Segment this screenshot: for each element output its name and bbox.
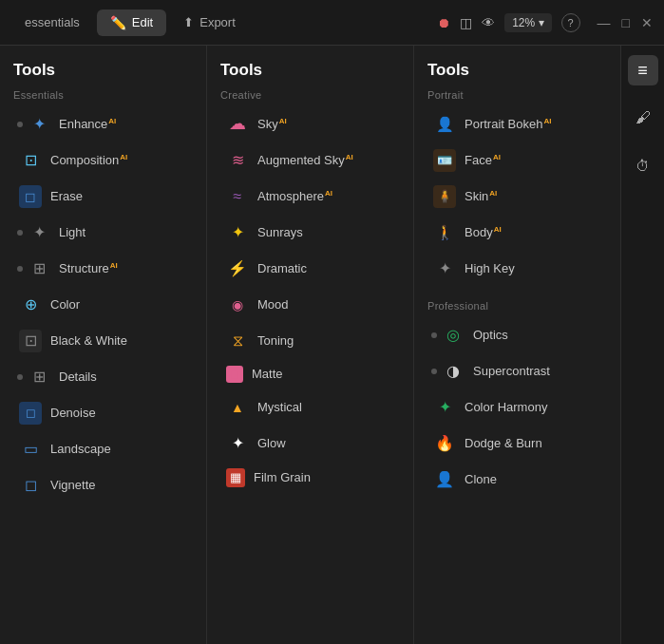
brush-icon[interactable]: 🖌 bbox=[628, 103, 658, 133]
tool-blackwhite[interactable]: ⊡ Black & White bbox=[13, 323, 193, 359]
minimize-button[interactable]: — bbox=[598, 15, 611, 30]
titlebar-right: ⏺ ◫ 👁 12% ▾ ? — □ ✕ bbox=[437, 13, 653, 32]
face-icon: 🪪 bbox=[433, 149, 456, 172]
tool-erase[interactable]: ◻ Erase bbox=[13, 179, 193, 215]
split-icon[interactable]: ◫ bbox=[460, 15, 472, 30]
tool-face[interactable]: 🪪 FaceAI bbox=[427, 142, 607, 179]
panel-portrait: Tools Portrait 👤 Portrait BokehAI 🪪 Face… bbox=[414, 46, 620, 644]
vignette-icon: ◻ bbox=[19, 474, 42, 497]
tool-skin[interactable]: 🧍 SkinAI bbox=[427, 179, 607, 215]
skin-icon: 🧍 bbox=[433, 185, 456, 208]
section-professional-label: Professional bbox=[427, 300, 607, 312]
clone-icon: 👤 bbox=[433, 468, 456, 491]
tool-clone[interactable]: 👤 Clone bbox=[427, 462, 607, 498]
tab-ates[interactable]: essentials bbox=[11, 9, 93, 35]
supercontrast-label: Supercontrast bbox=[473, 364, 550, 379]
tool-supercontrast[interactable]: ◑ Supercontrast bbox=[427, 353, 607, 389]
tool-sky[interactable]: ☁ SkyAI bbox=[220, 106, 400, 142]
tool-mystical[interactable]: ▲ Mystical bbox=[220, 389, 400, 426]
enhance-label: EnhanceAI bbox=[59, 117, 116, 132]
tab-export[interactable]: ⬆ Export bbox=[170, 9, 249, 35]
tool-color[interactable]: ⊕ Color bbox=[13, 287, 193, 323]
eye-icon[interactable]: 👁 bbox=[482, 15, 495, 30]
tool-landscape[interactable]: ▭ Landscape bbox=[13, 431, 193, 467]
zoom-badge[interactable]: 12% ▾ bbox=[504, 13, 551, 32]
skin-label: SkinAI bbox=[465, 189, 497, 204]
tool-dramatic[interactable]: ⚡ Dramatic bbox=[220, 251, 400, 287]
tool-light[interactable]: ✦ Light bbox=[13, 215, 193, 251]
sky-label: SkyAI bbox=[257, 117, 287, 132]
details-label: Details bbox=[59, 369, 97, 385]
tool-matte[interactable]: ■ Matte bbox=[220, 359, 400, 389]
dot-light bbox=[17, 230, 23, 236]
dot-details bbox=[17, 374, 23, 380]
mystical-label: Mystical bbox=[257, 400, 302, 415]
toning-label: Toning bbox=[257, 333, 294, 349]
sidebar-right: ≡ 🖌 ⏱ bbox=[620, 46, 664, 644]
structure-icon: ⊞ bbox=[28, 257, 50, 280]
filmgrain-icon: ▦ bbox=[226, 468, 245, 487]
supercontrast-icon: ◑ bbox=[442, 360, 465, 383]
tool-denoise[interactable]: ◻ Denoise bbox=[13, 395, 193, 431]
landscape-icon: ▭ bbox=[19, 438, 42, 461]
erase-label: Erase bbox=[50, 189, 83, 204]
tool-filmgrain[interactable]: ▦ Film Grain bbox=[220, 462, 400, 494]
tool-toning[interactable]: ⧖ Toning bbox=[220, 323, 400, 359]
tool-color-harmony[interactable]: ✦ Color Harmony bbox=[427, 389, 607, 426]
sky-icon: ☁ bbox=[226, 113, 249, 136]
tool-atmosphere[interactable]: ≈ AtmosphereAI bbox=[220, 179, 400, 215]
titlebar-tabs: essentials ✏️ Edit ⬆ Export bbox=[11, 9, 437, 36]
glow-label: Glow bbox=[257, 436, 286, 451]
optics-label: Optics bbox=[473, 328, 508, 343]
history-icon[interactable]: ⏱ bbox=[628, 150, 658, 180]
tool-details[interactable]: ⊞ Details bbox=[13, 359, 193, 395]
help-icon[interactable]: ? bbox=[561, 13, 580, 32]
tool-optics[interactable]: ◎ Optics bbox=[427, 317, 607, 353]
tab-export-label: Export bbox=[199, 15, 236, 29]
dot-structure bbox=[17, 266, 23, 272]
tab-edit[interactable]: ✏️ Edit bbox=[97, 9, 166, 36]
tools-container: Tools Essentials ✦ EnhanceAI ⊡ Compositi… bbox=[0, 46, 620, 644]
tool-dodge-burn[interactable]: 🔥 Dodge & Burn bbox=[427, 426, 607, 462]
tool-body[interactable]: 🚶 BodyAI bbox=[427, 215, 607, 251]
close-button[interactable]: ✕ bbox=[641, 15, 653, 30]
section-creative-label: Creative bbox=[220, 89, 400, 101]
mood-label: Mood bbox=[257, 297, 289, 313]
optics-icon: ◎ bbox=[442, 324, 465, 347]
sliders-icon[interactable]: ≡ bbox=[628, 55, 658, 85]
filmgrain-label: Film Grain bbox=[254, 470, 311, 485]
tool-vignette[interactable]: ◻ Vignette bbox=[13, 467, 193, 503]
dramatic-label: Dramatic bbox=[257, 261, 307, 276]
main-content: Tools Essentials ✦ EnhanceAI ⊡ Compositi… bbox=[0, 46, 664, 644]
mood-icon: ◉ bbox=[226, 294, 249, 316]
window-controls: — □ ✕ bbox=[598, 15, 653, 30]
tool-high-key[interactable]: ✦ High Key bbox=[427, 251, 607, 287]
details-icon: ⊞ bbox=[28, 366, 50, 388]
dot-supercontrast bbox=[431, 369, 437, 374]
maximize-button[interactable]: □ bbox=[622, 15, 630, 30]
dot-enhance bbox=[17, 122, 23, 127]
edit-icon: ✏️ bbox=[110, 15, 126, 30]
tab-edit-label: Edit bbox=[132, 15, 153, 29]
light-label: Light bbox=[59, 225, 85, 240]
dodge-burn-label: Dodge & Burn bbox=[465, 436, 542, 451]
tool-glow[interactable]: ✦ Glow bbox=[220, 426, 400, 462]
tool-mood[interactable]: ◉ Mood bbox=[220, 287, 400, 323]
tool-portrait-bokeh[interactable]: 👤 Portrait BokehAI bbox=[427, 106, 607, 142]
color-harmony-icon: ✦ bbox=[433, 396, 456, 419]
section-portrait-label: Portrait bbox=[427, 89, 607, 101]
clone-label: Clone bbox=[465, 472, 497, 487]
panel-essentials-title: Tools bbox=[13, 61, 193, 80]
panel-essentials: Tools Essentials ✦ EnhanceAI ⊡ Compositi… bbox=[0, 46, 207, 644]
tool-augmented-sky[interactable]: ≋ Augmented SkyAI bbox=[220, 142, 400, 179]
panel-creative: Tools Creative ☁ SkyAI ≋ Augmented SkyAI… bbox=[207, 46, 414, 644]
sunrays-icon: ✦ bbox=[226, 221, 249, 244]
tool-structure[interactable]: ⊞ StructureAI bbox=[13, 251, 193, 287]
atmosphere-label: AtmosphereAI bbox=[257, 189, 332, 204]
high-key-icon: ✦ bbox=[433, 257, 456, 280]
light-icon: ✦ bbox=[28, 221, 50, 244]
tool-composition[interactable]: ⊡ CompositionAI bbox=[13, 142, 193, 179]
tool-sunrays[interactable]: ✦ Sunrays bbox=[220, 215, 400, 251]
record-icon[interactable]: ⏺ bbox=[437, 15, 450, 30]
tool-enhance[interactable]: ✦ EnhanceAI bbox=[13, 106, 193, 142]
